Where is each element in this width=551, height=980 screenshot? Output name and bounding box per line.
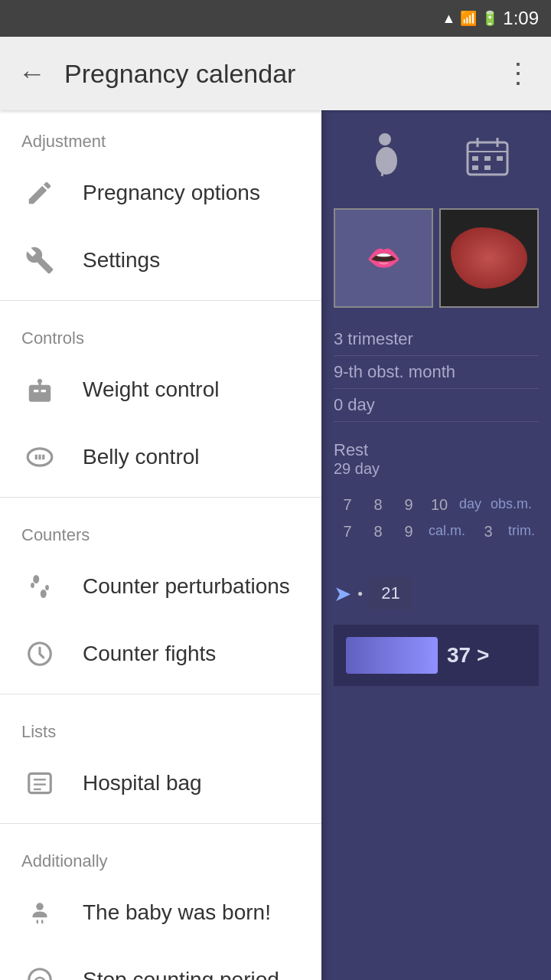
baby-icon [21,894,58,931]
weight-control-label: Weight control [83,377,219,402]
face-image: 👄 [334,208,433,308]
hospital-bag-label: Hospital bag [83,771,202,795]
arrow-right-icon: ➤ [334,581,351,606]
cal-calm-label: cal.m. [425,520,468,544]
menu-item-belly-control[interactable]: Belly control [0,423,321,491]
obst-month-row: 9-th obst. month [334,356,539,389]
divider-1 [0,300,321,301]
dot-indicator: ● [357,588,363,599]
svg-rect-20 [484,156,491,161]
badge-37: 37 > [447,643,489,668]
rp-calendar-area: 7 8 9 10 day obs.m. 7 8 9 cal.m. 3 trim. [321,487,551,550]
rp-top-icons [321,110,551,202]
pen-icon [21,175,58,211]
svg-rect-22 [472,165,478,170]
rp-bottom-area: ➤ ● 21 37 > [321,565,551,692]
badge-21-row: ➤ ● 21 [334,571,539,616]
status-time: 1:09 [503,8,539,29]
counter-fights-label: Counter fights [83,642,216,666]
progress-bar [346,637,438,674]
svg-point-13 [379,133,391,145]
rp-images: 👄 [321,202,551,314]
cal-num-5: 7 [334,520,361,544]
wifi-icon: ▲ [442,11,455,27]
svg-rect-19 [472,156,478,161]
back-button[interactable]: ← [18,60,46,87]
divider-2 [0,497,321,498]
section-header-controls: Controls [0,307,321,356]
menu-item-hospital-bag[interactable]: Hospital bag [0,750,321,817]
right-panel: 👄 3 trimester 9-th obst. month 0 day Res… [321,110,551,980]
settings-label: Settings [83,248,160,273]
section-header-counters: Counters [0,504,321,553]
stop-circle-icon [21,962,58,980]
menu-item-baby-born[interactable]: The baby was born! [0,879,321,946]
scale-icon [21,371,58,408]
menu-item-stop-counting[interactable]: Stop counting period [0,946,321,980]
tape-icon [21,439,58,475]
svg-point-2 [41,590,47,598]
section-header-additionally: Additionally [0,830,321,879]
rest-section: Rest 29 day [321,431,551,487]
cal-obs-label: obs.m. [487,493,535,517]
clock-icon [21,635,58,672]
cal-day-label: day [456,493,484,517]
counter-perturbations-label: Counter perturbations [83,574,290,599]
list-icon [21,765,58,802]
svg-point-3 [31,583,34,588]
svg-point-4 [45,585,49,590]
menu-item-counter-fights[interactable]: Counter fights [0,620,321,688]
cal-num-7: 9 [395,520,422,544]
toolbar: ← Pregnancy calendar ⋮ [0,37,551,110]
section-header-adjustment: Adjustment [0,110,321,159]
rp-bottom-bar: 37 > [334,625,539,686]
cal-num-3: 9 [395,493,422,517]
day-text: 0 day [334,395,375,414]
pregnant-woman-icon [357,129,412,184]
rp-info-rows: 3 trimester 9-th obst. month 0 day [321,314,551,431]
svg-point-1 [33,575,39,583]
svg-rect-21 [497,156,503,161]
main-content: Adjustment Pregnancy options Settings Co… [0,110,551,980]
brain-image [439,208,539,308]
brain-visual [451,227,527,289]
toolbar-title: Pregnancy calendar [64,59,486,89]
cal-num-6: 8 [364,520,392,544]
stop-counting-label: Stop counting period [83,968,279,980]
menu-item-weight-control[interactable]: Weight control [0,356,321,423]
status-bar: ▲ 📶 🔋 1:09 [0,0,551,37]
cal-trim-label: trim. [505,520,538,544]
trimester-row: 3 trimester [334,323,539,356]
drawer: Adjustment Pregnancy options Settings Co… [0,110,321,980]
section-header-lists: Lists [0,701,321,750]
divider-3 [0,694,321,694]
svg-rect-23 [484,165,491,170]
svg-point-10 [36,903,44,910]
more-button[interactable]: ⋮ [504,57,533,90]
cal-num-4: 10 [425,493,453,517]
trimester-text: 3 trimester [334,329,413,348]
status-icons: ▲ 📶 🔋 1:09 [442,8,539,29]
svg-point-14 [376,147,397,175]
badge-21: 21 [369,577,412,609]
belly-control-label: Belly control [83,445,200,469]
battery-icon: 🔋 [481,10,498,27]
obst-month-text: 9-th obst. month [334,362,455,381]
rest-label: Rest [334,440,539,460]
cal-num-8: 3 [474,520,502,544]
footprint-icon [21,568,58,605]
wrench-icon [21,242,58,279]
cal-num-1: 7 [334,493,361,517]
calendar-grid-icon [460,129,515,184]
day-row: 0 day [334,389,539,422]
signal-icon: 📶 [460,10,477,27]
cal-num-2: 8 [364,493,392,517]
pregnancy-options-label: Pregnancy options [83,181,260,205]
baby-born-label: The baby was born! [83,900,271,925]
menu-item-settings[interactable]: Settings [0,227,321,294]
menu-item-counter-perturbations[interactable]: Counter perturbations [0,553,321,620]
menu-item-pregnancy-options[interactable]: Pregnancy options [0,159,321,227]
rest-days: 29 day [334,460,539,478]
divider-4 [0,823,321,824]
